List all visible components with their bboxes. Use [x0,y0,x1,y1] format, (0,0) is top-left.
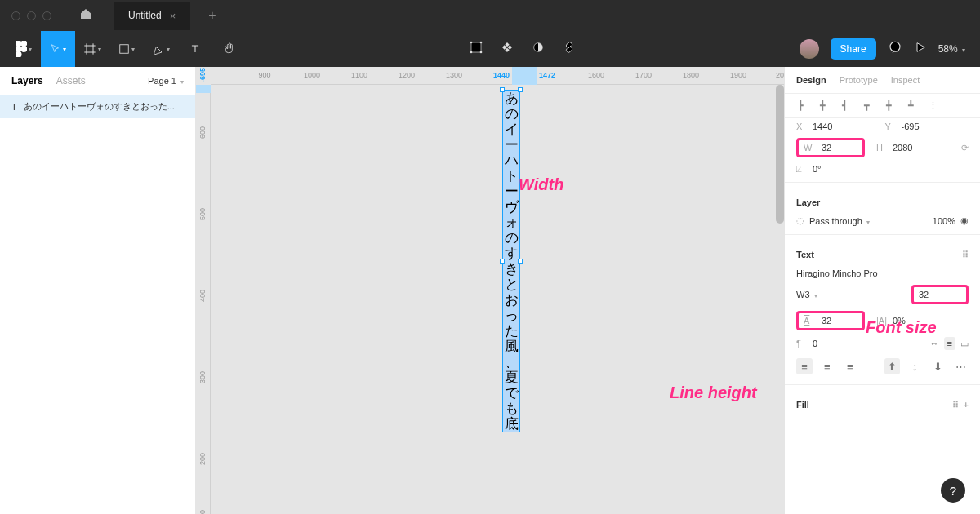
selected-text-object[interactable]: あのイーハトーヴォのすきとおった風、夏でも底 [502,90,520,432]
comment-icon[interactable] [888,40,902,58]
textvalign-mid-icon[interactable]: ↕ [906,358,923,374]
layer-item[interactable]: T あのイーハトーヴォのすきとおった... [0,95,195,118]
text-glyph: 風 [503,339,519,354]
fill-styles-icon[interactable]: ⠿ [952,400,959,410]
mask-icon[interactable] [532,41,545,57]
traffic-close[interactable] [11,11,20,20]
tab-inspect[interactable]: Inspect [891,75,920,85]
tab-layers[interactable]: Layers [11,75,43,86]
distribute-icon[interactable]: ⋮ [925,100,940,111]
page-selector[interactable]: Page 1 ▾ [148,76,184,86]
tab-assets[interactable]: Assets [56,75,86,86]
h-label: H [876,143,888,153]
layer-section-header: Layer [785,188,980,212]
help-button[interactable]: ? [941,478,965,503]
text-glyph: ハ [503,153,519,168]
home-icon[interactable] [79,7,92,24]
traffic-max[interactable] [42,11,51,20]
add-fill-icon[interactable]: + [964,400,969,410]
blend-mode[interactable]: Pass through ▾ [809,216,928,226]
y-label: Y [885,122,897,131]
text-styles-icon[interactable]: ⠿ [962,250,969,260]
resize-handle[interactable] [500,259,505,264]
chevron-down-icon: ▾ [814,292,817,299]
w-label: W [804,143,815,153]
ruler-horizontal: 900 1000 1100 1200 1300 1440 1472 1600 1… [211,67,784,85]
new-tab-button[interactable]: + [208,8,216,23]
constrain-icon[interactable]: ⟳ [961,143,969,153]
font-family[interactable]: Hiragino Mincho Pro [796,268,969,278]
file-tab-title: Untitled [128,10,162,21]
canvas-scrollbar[interactable] [776,85,784,224]
align-right-icon[interactable]: ┫ [837,100,852,111]
textalign-right-icon[interactable]: ≡ [842,358,858,374]
fill-section-header: Fill ⠿ + [785,390,980,415]
text-tool[interactable] [178,31,212,67]
align-hcenter-icon[interactable]: ╋ [815,100,830,111]
font-weight[interactable]: W3 ▾ [796,290,906,299]
link-icon[interactable] [563,41,576,57]
shape-tool[interactable]: ▾ [109,31,144,67]
auto-width-icon[interactable]: ↔ [930,339,939,348]
toolbar-right: Share 58% ▾ [800,38,973,60]
align-bottom-icon[interactable]: ┻ [903,100,918,111]
resize-handle[interactable] [518,259,523,264]
edit-object-icon[interactable] [470,41,483,57]
svg-point-3 [21,47,27,52]
chevron-down-icon: ▾ [29,46,32,53]
line-height-input[interactable]: 32 [822,316,858,326]
figma-menu[interactable]: ▾ [7,31,41,67]
text-glyph: イ [503,122,519,137]
textalign-left-icon[interactable]: ≡ [796,358,813,374]
tab-design[interactable]: Design [796,75,826,85]
text-glyph: ト [503,168,519,184]
textvalign-bot-icon[interactable]: ⬇ [929,358,946,374]
auto-height-icon[interactable]: ≡ [944,337,956,350]
present-icon[interactable] [914,41,927,57]
zoom-level[interactable]: 58% ▾ [938,43,965,55]
traffic-min[interactable] [27,11,36,20]
file-tab[interactable]: Untitled × [114,2,190,30]
svg-point-4 [16,51,21,57]
textvalign-top-icon[interactable]: ⬆ [884,358,901,374]
chevron-down-icon: ▾ [866,219,870,226]
alignment-controls[interactable]: ┣ ╋ ┫ ┳ ╋ ┻ ⋮ [785,94,980,118]
blend-mode-icon[interactable]: ◌ [796,215,804,226]
rotation-input[interactable]: 0° [813,164,969,174]
fixed-size-icon[interactable]: ▭ [960,339,969,349]
text-glyph: 夏 [503,370,519,385]
align-top-icon[interactable]: ┳ [859,100,874,111]
component-icon[interactable] [501,41,514,57]
share-button[interactable]: Share [831,38,876,60]
chevron-down-icon: ▾ [962,47,965,54]
canvas[interactable]: 900 1000 1100 1200 1300 1440 1472 1600 1… [196,67,784,514]
visibility-icon[interactable]: ◉ [960,215,969,226]
hand-tool[interactable] [212,31,247,67]
pen-tool[interactable]: ▾ [144,31,178,67]
y-input[interactable]: -695 [902,122,969,131]
annotation-lineheight: Line height [670,383,757,402]
close-tab-icon[interactable]: × [170,10,176,22]
svg-rect-5 [120,45,129,54]
move-tool[interactable]: ▾ [41,31,75,67]
svg-point-7 [470,42,473,44]
width-input[interactable]: 32 [822,143,858,153]
align-vcenter-icon[interactable]: ╋ [881,100,896,111]
font-size-input[interactable]: 32 [919,290,961,299]
textalign-center-icon[interactable]: ≡ [819,358,835,374]
tab-prototype[interactable]: Prototype [840,75,878,85]
text-glyph: の [503,106,519,122]
fontsize-field-highlight: 32 [911,285,969,304]
text-more-icon[interactable]: ⋯ [952,358,969,374]
resize-handle[interactable] [500,87,505,92]
align-left-icon[interactable]: ┣ [793,100,808,111]
user-avatar[interactable] [800,39,819,59]
x-label: X [796,122,808,131]
x-input[interactable]: 1440 [813,122,880,131]
height-input[interactable]: 2080 [893,143,956,153]
resize-handle[interactable] [518,87,523,92]
opacity-input[interactable]: 100% [933,216,956,226]
toolbar-center [470,41,576,57]
paragraph-spacing-input[interactable]: 0 [813,339,925,348]
frame-tool[interactable]: ▾ [75,31,109,67]
